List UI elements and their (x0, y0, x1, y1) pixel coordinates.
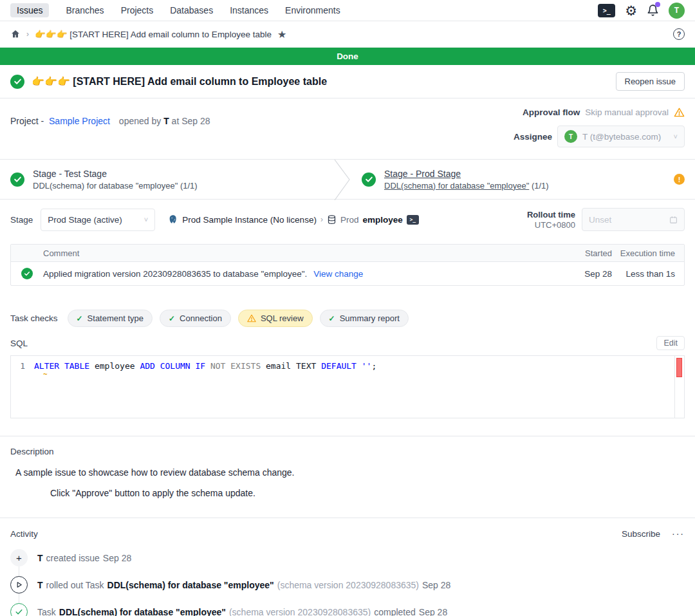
chevron-down-icon: ˅ (144, 216, 148, 223)
task-checks-label: Task checks (10, 313, 58, 323)
breadcrumb-separator: › (26, 30, 29, 39)
nav-item-branches[interactable]: Branches (66, 5, 104, 15)
sql-editor-icon[interactable]: >_ (598, 4, 615, 17)
issue-done-check-icon (10, 75, 24, 89)
activity-timeline: + T created issue Sep 28 T rolled out Ta… (10, 549, 685, 616)
check-label: Connection (180, 313, 222, 323)
check-circle-outline-icon (10, 603, 28, 616)
activity-prefix: Task (37, 607, 56, 616)
description-section: Description A sample issue to showcase h… (0, 436, 695, 518)
activity-action: created issue (46, 553, 100, 563)
assignee-label: Assignee (514, 132, 552, 142)
check-statement-type[interactable]: ✓ Statement type (68, 310, 153, 327)
line-number: 1 (11, 361, 34, 371)
assignee-select[interactable]: T T (t@bytebase.com) ˅ (557, 126, 685, 147)
rollout-time-placeholder: Unset (589, 215, 611, 225)
view-change-link[interactable]: View change (313, 269, 363, 279)
approval-flow-value: Skip manual approval (585, 107, 669, 117)
activity-timestamp: Sep 28 (419, 607, 447, 616)
stage-bar-label: Stage (10, 215, 33, 225)
activity-entry-completed: Task DDL(schema) for database "employee"… (10, 603, 685, 616)
editor-warning-marker (676, 358, 682, 377)
nav-item-issues[interactable]: Issues (10, 3, 49, 17)
activity-subject: DDL(schema) for database "employee" (59, 607, 226, 616)
stage-test-check-icon (10, 173, 24, 187)
stage-bar: Stage Prod Stage (active) ˅ Prod Sample … (0, 200, 695, 239)
stage-test-subtitle: DDL(schema) for database "employee" (1/1… (33, 181, 198, 191)
gear-icon[interactable]: ⚙ (625, 4, 637, 17)
sql-editor[interactable]: 1 ALTER TABLE employee ADD COLUMN IF NOT… (10, 355, 685, 418)
user-avatar[interactable]: T (669, 3, 685, 19)
check-connection[interactable]: ✓ Connection (160, 310, 231, 327)
opener-name: T (163, 116, 169, 126)
description-line2: Click "Approve" button to apply the sche… (50, 488, 685, 498)
nav-item-environments[interactable]: Environments (285, 5, 340, 15)
task-comment: Applied migration version 20230928083635… (43, 269, 307, 279)
nav-item-projects[interactable]: Projects (121, 5, 154, 15)
project-link[interactable]: Sample Project (49, 116, 110, 126)
sql-code-line: 1 ALTER TABLE employee ADD COLUMN IF NOT… (11, 356, 684, 371)
check-summary-report[interactable]: ✓ Summary report (320, 310, 409, 327)
editor-overview-ruler[interactable] (674, 356, 684, 418)
help-icon[interactable]: ? (673, 28, 685, 40)
database-env: Prod (340, 215, 359, 225)
check-sql-review[interactable]: SQL review (238, 310, 313, 327)
warning-triangle-icon[interactable] (674, 107, 685, 117)
stage-prod-title[interactable]: Stage - Prod Stage (384, 169, 549, 179)
breadcrumb-title[interactable]: 👉👉👉 [START HERE] Add email column to Emp… (35, 29, 272, 39)
rollout-time-input[interactable]: Unset (582, 208, 685, 231)
instance-name[interactable]: Prod Sample Instance (No license) (182, 215, 317, 225)
activity-actor: T (37, 580, 43, 590)
database-icon (327, 214, 337, 225)
activity-actor: T (37, 553, 43, 563)
subscribe-button[interactable]: Subscribe (622, 529, 660, 539)
home-icon[interactable] (10, 29, 21, 39)
check-label: SQL review (261, 313, 304, 323)
issue-header: 👉👉👉 [START HERE] Add email column to Emp… (0, 65, 695, 98)
database-name[interactable]: employee (362, 215, 402, 225)
nav-item-databases[interactable]: Databases (170, 5, 213, 15)
assignee-avatar: T (564, 130, 577, 143)
task-execution-time: Less than 1s (612, 269, 684, 279)
nav-item-instances[interactable]: Instances (230, 5, 268, 15)
description-label: Description (10, 447, 685, 456)
stage-test[interactable]: Stage - Test Stage DDL(schema) for datab… (0, 160, 333, 199)
activity-label: Activity (10, 529, 38, 539)
stage-select-value: Prod Stage (active) (48, 215, 122, 225)
check-label: Summary report (340, 313, 400, 323)
status-banner-label: Done (337, 51, 358, 61)
check-label: Statement type (88, 313, 144, 323)
header-execution-time: Execution time (612, 248, 684, 258)
plus-icon: + (10, 549, 28, 566)
breadcrumb: › 👉👉👉 [START HERE] Add email column to E… (0, 21, 695, 48)
description-line1: A sample issue to showcase how to review… (15, 467, 685, 478)
more-options-icon[interactable]: ··· (672, 528, 685, 539)
rollout-time-label: Rollout time (527, 210, 575, 219)
check-success-icon: ✓ (329, 314, 335, 323)
stage-prod[interactable]: Stage - Prod Stage DDL(schema) for datab… (351, 160, 695, 199)
stage-test-task: DDL(schema) for database "employee" (33, 181, 178, 191)
task-run-table: Comment Started Execution time Applied m… (10, 244, 685, 286)
stage-prod-count: (1/1) (532, 181, 549, 191)
activity-action: rolled out Task (46, 580, 104, 590)
attention-icon[interactable]: ! (674, 174, 685, 185)
activity-subject: DDL(schema) for database "employee" (107, 580, 274, 590)
issue-meta: Project - Sample Project opened by T at … (0, 98, 695, 159)
stage-select[interactable]: Prod Stage (active) ˅ (41, 209, 155, 231)
table-row[interactable]: Applied migration version 20230928083635… (11, 262, 684, 285)
bell-icon[interactable] (647, 4, 659, 17)
breadcrumb-separator: › (320, 215, 323, 224)
approval-flow-line: Approval flow Skip manual approval (523, 107, 685, 117)
check-warning-icon (247, 314, 256, 322)
task-run-table-header: Comment Started Execution time (11, 245, 684, 262)
open-sql-editor-icon[interactable]: >_ (407, 215, 419, 225)
sql-edit-button[interactable]: Edit (656, 336, 685, 350)
sql-section-header: SQL Edit (10, 336, 685, 350)
stage-prod-task-link[interactable]: DDL(schema) for database "employee" (384, 181, 529, 191)
task-checks: Task checks ✓ Statement type ✓ Connectio… (10, 310, 685, 327)
stage-prod-check-icon (362, 173, 376, 187)
status-banner: Done (0, 48, 695, 65)
approval-flow-label: Approval flow (523, 107, 580, 117)
reopen-issue-button[interactable]: Reopen issue (616, 72, 685, 91)
star-icon[interactable]: ★ (277, 28, 286, 41)
